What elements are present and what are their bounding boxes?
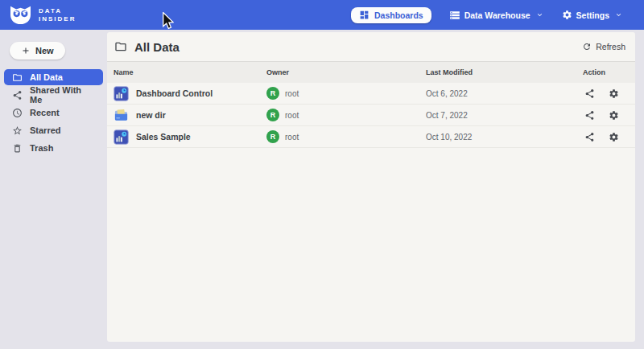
refresh-button[interactable]: Refresh	[582, 42, 625, 51]
header-nav: Dashboards Data Warehouse Settings	[351, 7, 623, 23]
sidebar-item-label: All Data	[30, 72, 63, 82]
column-header-owner: Owner	[266, 68, 426, 76]
database-icon	[449, 10, 460, 21]
owner-avatar: R	[266, 87, 279, 100]
row-name: Sales Sample	[136, 132, 191, 142]
refresh-label: Refresh	[596, 42, 625, 51]
sidebar-item-shared-with-me[interactable]: Shared With Me	[4, 87, 103, 103]
folder-file-icon	[114, 108, 129, 123]
refresh-icon	[582, 42, 592, 51]
plus-icon	[21, 46, 31, 55]
clock-icon	[12, 108, 23, 118]
gear-icon	[609, 132, 619, 142]
gear-icon	[562, 10, 572, 20]
gear-icon	[609, 110, 619, 121]
share-button[interactable]	[583, 87, 597, 101]
share-button[interactable]	[583, 109, 597, 122]
content-title-bar: All Data Refresh	[107, 32, 635, 62]
new-button[interactable]: New	[10, 42, 65, 60]
app-header: DATA INSIDER Dashboards Data Warehouse S…	[0, 0, 644, 30]
column-header-action: Action	[583, 68, 635, 76]
sidebar-nav: All Data Shared With Me Recent Starred T…	[0, 69, 107, 156]
trash-icon	[12, 143, 23, 154]
owner-name: root	[285, 89, 299, 98]
sidebar-item-label: Starred	[30, 125, 61, 135]
new-button-label: New	[35, 46, 54, 55]
nav-data-warehouse[interactable]: Data Warehouse	[449, 10, 544, 21]
sidebar-item-label: Recent	[30, 108, 60, 117]
row-settings-button[interactable]	[607, 109, 621, 122]
last-modified: Oct 6, 2022	[426, 89, 583, 98]
nav-settings[interactable]: Settings	[562, 10, 623, 20]
star-icon	[12, 125, 23, 136]
owl-logo-icon	[9, 5, 32, 25]
dashboard-file-icon	[114, 129, 129, 145]
share-icon	[584, 110, 595, 121]
folder-icon	[114, 40, 127, 53]
dashboard-file-icon	[114, 86, 129, 101]
page-title: All Data	[134, 40, 180, 54]
nav-settings-label: Settings	[576, 10, 609, 20]
sidebar-item-all-data[interactable]: All Data	[4, 69, 103, 85]
sidebar: New All Data Shared With Me Recent Starr…	[0, 30, 107, 349]
share-button[interactable]	[583, 130, 597, 144]
owner-name: root	[285, 111, 299, 120]
sidebar-item-label: Shared With Me	[30, 85, 95, 105]
nav-dashboards-button[interactable]: Dashboards	[351, 7, 431, 23]
app-logo: DATA INSIDER	[9, 5, 76, 25]
row-settings-button[interactable]	[607, 87, 621, 101]
dashboard-icon	[359, 10, 369, 20]
app-name: DATA INSIDER	[39, 7, 76, 23]
column-header-last-modified: Last Modified	[426, 68, 583, 76]
column-header-name: Name	[114, 68, 266, 76]
table-row[interactable]: Sales Sample R root Oct 10, 2022	[107, 126, 635, 148]
content-card: All Data Refresh Name Owner Last Modifie…	[107, 32, 635, 342]
owner-avatar: R	[266, 130, 279, 143]
owner-name: root	[285, 133, 299, 142]
last-modified: Oct 10, 2022	[426, 133, 583, 142]
chevron-down-icon	[614, 10, 623, 19]
table-row[interactable]: Dashboard Control R root Oct 6, 2022	[107, 83, 635, 105]
row-settings-button[interactable]	[607, 130, 621, 144]
row-name: new dir	[136, 110, 166, 120]
share-icon	[584, 132, 595, 142]
share-icon	[584, 88, 595, 99]
nav-dashboards-label: Dashboards	[374, 10, 423, 20]
sidebar-item-recent[interactable]: Recent	[4, 105, 103, 121]
folder-icon	[12, 72, 23, 83]
table-row[interactable]: new dir R root Oct 7, 2022	[107, 105, 635, 126]
sidebar-item-starred[interactable]: Starred	[4, 122, 103, 138]
last-modified: Oct 7, 2022	[426, 111, 583, 120]
nav-data-warehouse-label: Data Warehouse	[464, 10, 530, 20]
owner-avatar: R	[266, 109, 279, 121]
row-name: Dashboard Control	[136, 88, 213, 98]
shared-icon	[12, 90, 23, 101]
sidebar-item-trash[interactable]: Trash	[4, 140, 103, 156]
table-header: Name Owner Last Modified Action	[107, 62, 635, 83]
chevron-down-icon	[535, 10, 544, 19]
sidebar-item-label: Trash	[30, 143, 53, 153]
gear-icon	[609, 88, 619, 99]
